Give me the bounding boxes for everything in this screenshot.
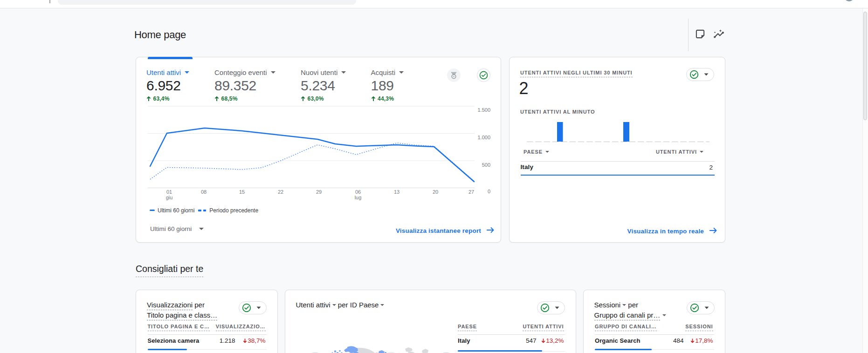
svg-text:22: 22	[278, 189, 283, 195]
svg-text:giu: giu	[166, 195, 173, 200]
svg-text:08: 08	[201, 189, 207, 195]
svg-text:lug: lug	[355, 195, 362, 200]
svg-text:1.000: 1.000	[477, 135, 490, 140]
svg-text:29: 29	[316, 189, 322, 195]
svg-text:06: 06	[355, 189, 361, 195]
svg-text:500: 500	[482, 162, 490, 168]
svg-text:20: 20	[433, 189, 438, 195]
svg-text:15: 15	[239, 189, 245, 195]
svg-text:27: 27	[468, 189, 474, 195]
svg-text:13: 13	[394, 189, 400, 195]
svg-text:1.500: 1.500	[477, 107, 490, 113]
svg-text:0: 0	[488, 189, 490, 194]
svg-text:01: 01	[166, 189, 172, 195]
